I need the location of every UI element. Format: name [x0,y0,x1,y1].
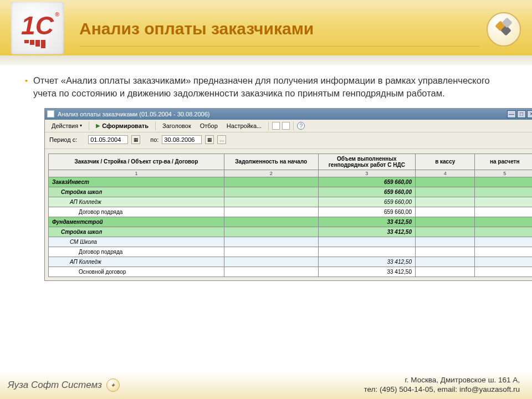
row-label: Договор подряда [49,207,224,217]
row-value: 659 660,00 [318,207,415,217]
divider [0,55,532,65]
slide-footer: Яуза Софт Системз ✦ г. Москва, Дмитровск… [0,371,532,399]
window-title: Анализ оплаты заказчиками (01.05.2004 - … [58,111,507,117]
table-row[interactable]: СМ Школа [49,237,533,247]
settings-button[interactable]: Настройка... [223,121,265,130]
row-label: Стройка школ [49,227,224,237]
table-row[interactable]: АП Колледж33 412,50 [49,257,533,267]
toolbar: Действия▾ ▶Сформировать Заголовок Отбор … [45,120,532,132]
row-value [318,237,415,247]
row-label: Фундаментстрой [49,217,224,227]
report-grid-area: Заказчик / Стройка / Объект стр-ва / Дог… [45,149,532,280]
row-label: АП Колледж [49,197,224,207]
col-account[interactable]: на расчетн [475,154,532,170]
date-from-input[interactable] [88,135,128,144]
period-dialog-button[interactable]: … [217,135,226,144]
slide-header: 1C Анализ оплаты заказчиками [0,0,532,55]
table-row[interactable]: Основной договор33 412,50 [49,267,533,277]
bullet-content: Отчет «Анализ оплаты заказчиками» предна… [33,74,515,100]
col-volume[interactable]: Объем выполненных генподрядных работ С Н… [318,154,415,170]
footer-address: г. Москва, Дмитровское ш. 161 А, тел: (4… [364,376,520,395]
minimize-button[interactable]: — [507,110,516,118]
calendar-to-icon[interactable]: ▦ [205,135,214,144]
logo-1c: 1C [11,2,64,54]
maximize-button[interactable]: □ [517,110,526,118]
calendar-from-icon[interactable]: ▦ [131,135,140,144]
filter-button[interactable]: Отбор [197,121,221,130]
actions-menu[interactable]: Действия▾ [48,121,85,130]
footer-logo-icon: ✦ [106,378,120,392]
table-row[interactable]: Договор подряда [49,247,533,257]
table-row[interactable]: Фундаментстрой33 412,50 [49,217,533,227]
ornament-icon [487,12,521,47]
bullet-text: ▪ Отчет «Анализ оплаты заказчиками» пред… [25,74,515,100]
form-button[interactable]: ▶Сформировать [93,121,152,130]
date-to-input[interactable] [162,135,202,144]
help-icon[interactable]: ? [297,122,305,130]
table-row[interactable]: Стройка школ659 660,00 [49,187,533,197]
row-value: 33 412,50 [318,257,415,267]
footer-brand: Яуза Софт Системз ✦ [8,378,120,392]
row-value: 33 412,50 [318,217,415,227]
row-label: Основной договор [49,267,224,277]
report-table: Заказчик / Стройка / Объект стр-ва / Дог… [48,154,532,277]
period-from-label: Период с: [49,136,77,143]
app-window: Анализ оплаты заказчиками (01.05.2004 - … [44,108,532,281]
table-row[interactable]: ЗаказИнвест659 660,00 [49,177,533,187]
table-row[interactable]: Стройка школ33 412,50 [49,227,533,237]
col-debt-start[interactable]: Задолженность на начало [224,154,318,170]
row-value: 659 660,00 [318,187,415,197]
row-value: 659 660,00 [318,177,415,187]
row-value: 33 412,50 [318,267,415,277]
header-button[interactable]: Заголовок [159,121,195,130]
row-label: СМ Школа [49,237,224,247]
period-bar: Период с: ▦ по: ▦ … [45,132,532,149]
col-cash[interactable]: в кассу [415,154,475,170]
window-titlebar[interactable]: Анализ оплаты заказчиками (01.05.2004 - … [45,109,532,120]
row-value [318,247,415,257]
table-row[interactable]: Договор подряда659 660,00 [49,207,533,217]
row-label: Договор подряда [49,247,224,257]
slide-title: Анализ оплаты заказчиками [79,19,480,47]
row-label: АП Колледж [49,257,224,267]
row-value: 33 412,50 [318,227,415,237]
period-to-label: по: [150,136,158,143]
row-label: Стройка школ [49,187,224,197]
row-value: 659 660,00 [318,197,415,207]
bullet-mark-icon: ▪ [25,75,28,100]
close-button[interactable]: × [527,110,532,118]
window-icon [47,110,54,117]
tool-icon-2[interactable] [282,122,290,130]
tool-icon-1[interactable] [272,122,280,130]
col-customer[interactable]: Заказчик / Стройка / Объект стр-ва / Дог… [49,154,224,170]
table-row[interactable]: АП Колледж659 660,00 [49,197,533,207]
row-label: ЗаказИнвест [49,177,224,187]
